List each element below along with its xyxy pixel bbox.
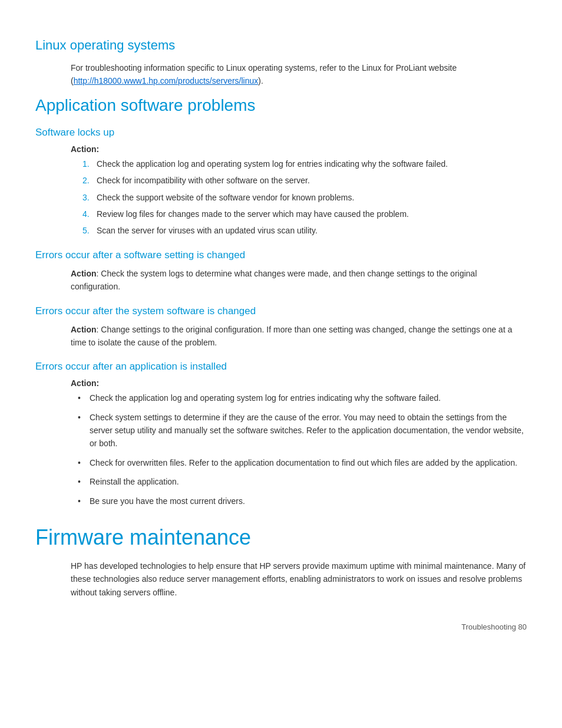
software-locks-title: Software locks up — [35, 127, 527, 139]
list-item: Check for incompatibility with other sof… — [82, 174, 527, 187]
list-item: Check for overwritten files. Refer to th… — [78, 456, 527, 469]
page-footer: Troubleshooting 80 — [35, 622, 527, 631]
errors-setting-title: Errors occur after a software setting is… — [35, 249, 527, 261]
list-item: Check the application log and operating … — [78, 391, 527, 404]
list-item: Scan the server for viruses with an upda… — [82, 224, 527, 237]
errors-setting-action: Action: Check the system logs to determi… — [71, 267, 527, 294]
list-item: Reinstall the application. — [78, 475, 527, 488]
errors-installed-action-label: Action: — [71, 378, 527, 388]
software-locks-list: Check the application log and operating … — [82, 157, 527, 238]
list-item: Be sure you have the most current driver… — [78, 495, 527, 508]
list-item: Check the application log and operating … — [82, 157, 527, 170]
list-item: Check the support website of the softwar… — [82, 191, 527, 204]
errors-system-action: Action: Change settings to the original … — [71, 323, 527, 350]
firmware-section: Firmware maintenance HP has developed te… — [35, 525, 527, 599]
firmware-text: HP has developed technologies to help en… — [71, 559, 527, 599]
linux-intro-end: ). — [258, 76, 263, 85]
firmware-title: Firmware maintenance — [35, 525, 527, 550]
errors-setting-action-text: : Check the system logs to determine wha… — [71, 269, 477, 291]
linux-link[interactable]: http://h18000.www1.hp.com/products/serve… — [74, 76, 259, 85]
list-item: Check system settings to determine if th… — [78, 411, 527, 450]
errors-system-action-label: Action — [71, 325, 97, 334]
list-item: Review log files for changes made to the… — [82, 207, 527, 220]
app-software-title: Application software problems — [35, 96, 527, 115]
errors-setting-action-label: Action — [71, 269, 97, 278]
errors-installed-title: Errors occur after an application is ins… — [35, 361, 527, 373]
errors-system-title: Errors occur after the system software i… — [35, 305, 527, 317]
errors-installed-list: Check the application log and operating … — [78, 391, 527, 508]
errors-system-action-text: : Change settings to the original config… — [71, 325, 512, 347]
software-locks-action-label: Action: — [71, 144, 527, 154]
linux-title: Linux operating systems — [35, 38, 527, 53]
page-container: Linux operating systems For troubleshoot… — [35, 38, 527, 631]
footer-text: Troubleshooting 80 — [461, 622, 527, 631]
linux-intro: For troubleshooting information specific… — [71, 61, 527, 88]
